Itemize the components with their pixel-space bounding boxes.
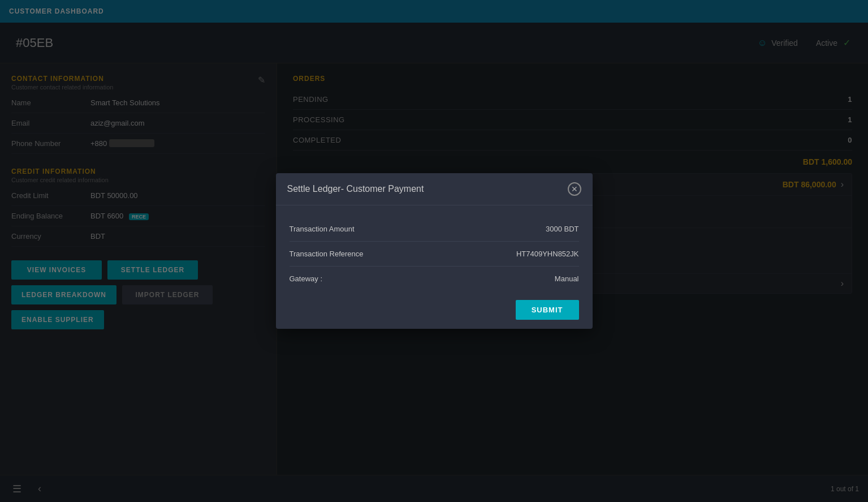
modal-header: Settle Ledger- Customer Payment ✕ xyxy=(276,173,593,205)
modal-transaction-amount-label: Transaction Amount xyxy=(290,225,355,233)
modal-close-button[interactable]: ✕ xyxy=(568,182,581,196)
modal-gateway-value: Manual xyxy=(555,274,579,283)
modal-transaction-reference-value: HT7409YHN852JK xyxy=(516,250,579,258)
modal-footer: SUBMIT xyxy=(276,291,593,329)
settle-ledger-modal: Settle Ledger- Customer Payment ✕ Transa… xyxy=(276,173,593,329)
modal-field-transaction-reference: Transaction Reference HT7409YHN852JK xyxy=(290,242,579,267)
modal-transaction-amount-value: 3000 BDT xyxy=(546,225,579,233)
modal-overlay[interactable]: Settle Ledger- Customer Payment ✕ Transa… xyxy=(0,0,868,502)
modal-transaction-reference-label: Transaction Reference xyxy=(290,250,364,258)
modal-submit-button[interactable]: SUBMIT xyxy=(516,300,579,320)
modal-field-gateway: Gateway : Manual xyxy=(290,267,579,291)
modal-body: Transaction Amount 3000 BDT Transaction … xyxy=(276,205,593,291)
modal-field-transaction-amount: Transaction Amount 3000 BDT xyxy=(290,217,579,242)
modal-gateway-label: Gateway : xyxy=(290,274,323,283)
modal-title: Settle Ledger- Customer Payment xyxy=(287,184,424,194)
